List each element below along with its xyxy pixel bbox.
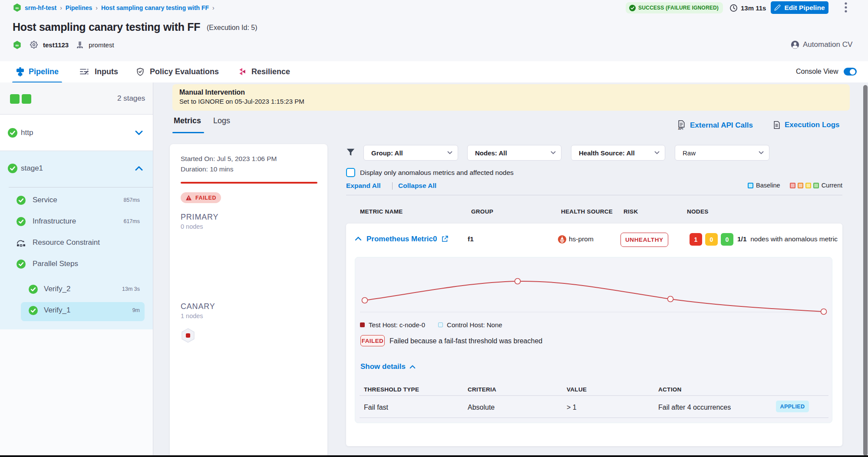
svg-text:API: API	[678, 127, 683, 130]
svg-text:∞: ∞	[16, 5, 19, 10]
svg-text:∞: ∞	[16, 42, 19, 47]
